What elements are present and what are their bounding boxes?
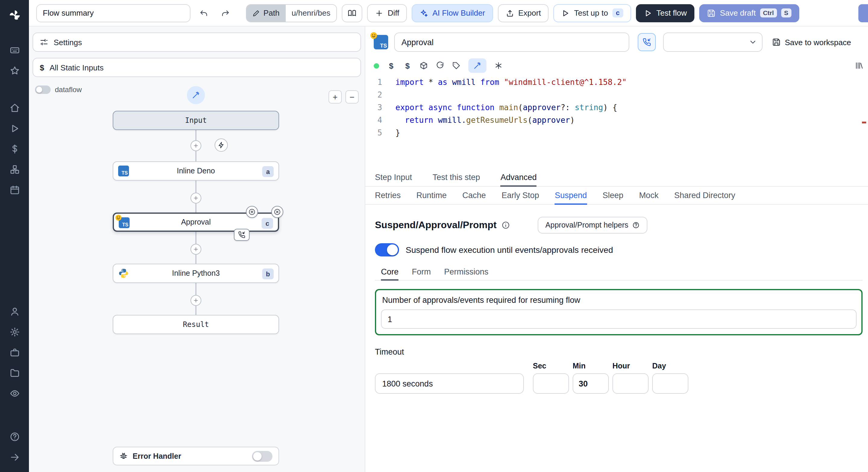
step-header: TS Save to workspace xyxy=(374,31,863,53)
refresh-icon[interactable] xyxy=(436,61,444,70)
code-line-3[interactable]: 3export async function main(approver?: s… xyxy=(365,101,868,114)
flow-summary-input[interactable] xyxy=(36,4,190,22)
code-line-4[interactable]: 4 return wmill.getResumeUrls(approver) xyxy=(365,114,868,127)
test-flow-button[interactable]: Test flow xyxy=(636,4,695,22)
diff-button[interactable]: Diff xyxy=(367,4,407,22)
package-icon[interactable] xyxy=(420,61,428,70)
typescript-icon: TS xyxy=(374,35,388,49)
node-inline-deno[interactable]: TS Inline Deno a xyxy=(113,161,279,180)
workers-briefcase-icon[interactable] xyxy=(4,342,25,363)
code-text: export async function main(approver?: st… xyxy=(396,101,617,114)
insert-step-button[interactable] xyxy=(190,140,201,151)
delete-step-button[interactable] xyxy=(271,206,283,218)
help-icon[interactable] xyxy=(4,426,25,447)
resources-boxes-icon[interactable] xyxy=(4,159,25,179)
timeout-hour-input[interactable] xyxy=(613,373,649,394)
tab-early-stop[interactable]: Early Stop xyxy=(501,187,539,205)
editor-toolbar: $ $ xyxy=(374,58,863,73)
dataflow-toggle[interactable] xyxy=(35,86,51,94)
step-tabs: Step InputTest this stepAdvanced xyxy=(365,169,868,187)
schedules-calendar-icon[interactable] xyxy=(4,179,25,200)
user-icon[interactable] xyxy=(4,301,25,322)
code-line-1[interactable]: 1import * as wmill from "windmill-client… xyxy=(365,76,868,89)
timeout-day-input[interactable] xyxy=(652,373,688,394)
step-dropdown[interactable] xyxy=(663,33,763,52)
timeout-sec-input[interactable] xyxy=(533,373,569,394)
tab-retries[interactable]: Retries xyxy=(375,187,401,205)
apps-icon[interactable] xyxy=(4,40,25,60)
suspend-toggle-label: Suspend flow execution until events/appr… xyxy=(406,245,613,255)
folders-icon[interactable] xyxy=(4,363,25,383)
gear-icon[interactable] xyxy=(4,322,25,342)
trigger-zap-button[interactable] xyxy=(215,138,228,152)
code-line-2[interactable]: 2 xyxy=(365,89,868,101)
all-static-inputs-button[interactable]: $ All Static Inputs xyxy=(33,58,361,77)
tab-sleep[interactable]: Sleep xyxy=(602,187,623,205)
error-handler-toggle[interactable] xyxy=(252,451,273,462)
path-label: Path xyxy=(264,8,280,18)
undo-button[interactable] xyxy=(195,4,212,21)
asterisk-icon[interactable] xyxy=(494,61,503,70)
node-input[interactable]: Input xyxy=(113,111,279,130)
step-name-input[interactable] xyxy=(394,33,629,52)
deploy-more-button[interactable] xyxy=(858,4,868,22)
emoji-smiley-icon xyxy=(115,214,122,221)
zoom-in-button[interactable]: + xyxy=(329,90,342,104)
save-to-workspace-button[interactable]: Save to workspace xyxy=(772,38,851,47)
export-button[interactable]: Export xyxy=(498,4,549,22)
redo-button[interactable] xyxy=(217,4,234,21)
tab-suspend[interactable]: Suspend xyxy=(555,187,587,205)
favorites-star-icon[interactable] xyxy=(4,60,25,81)
node-result[interactable]: Result xyxy=(113,315,279,334)
suspend-phone-badge[interactable] xyxy=(234,229,250,241)
tab-form[interactable]: Form xyxy=(412,264,431,280)
tag-icon[interactable] xyxy=(452,61,461,70)
timeout-total-input[interactable] xyxy=(375,373,524,394)
runs-play-icon[interactable] xyxy=(4,118,25,138)
line-number: 2 xyxy=(365,89,382,101)
audit-eye-icon[interactable] xyxy=(4,383,25,403)
code-line-5[interactable]: 5} xyxy=(365,127,868,139)
tab-mock[interactable]: Mock xyxy=(639,187,658,205)
test-up-to-button[interactable]: Test up to c xyxy=(554,4,631,22)
approvals-required-input[interactable] xyxy=(381,309,857,329)
expand-sidebar-arrow-icon[interactable] xyxy=(4,447,25,467)
tab-cache[interactable]: Cache xyxy=(462,187,486,205)
approval-prompt-helpers-button[interactable]: Approval/Prompt helpers xyxy=(538,217,648,234)
variables-dollar-icon[interactable]: $ xyxy=(387,61,396,70)
move-step-button[interactable] xyxy=(246,206,258,218)
docs-book-button[interactable] xyxy=(342,4,362,22)
tab-core[interactable]: Core xyxy=(381,264,399,280)
insert-step-button[interactable] xyxy=(190,295,201,306)
error-handler-row[interactable]: Error Handler xyxy=(113,447,279,465)
zoom-out-button[interactable]: − xyxy=(345,90,359,104)
path-button[interactable]: Path u/henri/bes xyxy=(246,4,337,22)
error-handler-label: Error Handler xyxy=(133,452,247,460)
tab-test-this-step[interactable]: Test this step xyxy=(433,169,480,187)
tab-advanced[interactable]: Advanced xyxy=(501,169,537,187)
dataflow-toggle-row: dataflow xyxy=(35,86,82,94)
tab-shared-directory[interactable]: Shared Directory xyxy=(674,187,735,205)
home-icon[interactable] xyxy=(4,98,25,118)
ai-wand-icon[interactable] xyxy=(468,58,487,73)
suspend-phone-button[interactable] xyxy=(638,33,656,51)
flow-settings-button[interactable]: Settings xyxy=(33,33,361,52)
windmill-logo-icon[interactable] xyxy=(4,5,25,25)
tab-runtime[interactable]: Runtime xyxy=(416,187,447,205)
library-icon[interactable] xyxy=(855,61,863,70)
tab-step-input[interactable]: Step Input xyxy=(375,169,412,187)
insert-step-button[interactable] xyxy=(190,193,201,203)
tab-permissions[interactable]: Permissions xyxy=(444,264,489,280)
resources-dollar-icon[interactable]: $ xyxy=(403,61,412,70)
ai-wand-button[interactable] xyxy=(187,86,205,104)
info-icon[interactable] xyxy=(501,221,510,229)
code-editor[interactable]: 1import * as wmill from "windmill-client… xyxy=(365,76,868,167)
suspend-toggle[interactable] xyxy=(375,243,399,257)
insert-step-button[interactable] xyxy=(190,244,201,255)
ai-flow-builder-button[interactable]: AI Flow Builder xyxy=(412,4,493,22)
variables-dollar-icon[interactable] xyxy=(4,138,25,159)
save-draft-button[interactable]: Save draft Ctrl S xyxy=(700,4,799,22)
node-inline-python[interactable]: Inline Python3 b xyxy=(113,264,279,283)
timeout-min-input[interactable] xyxy=(572,373,609,394)
timeout-unit-label: Hour xyxy=(613,362,649,370)
